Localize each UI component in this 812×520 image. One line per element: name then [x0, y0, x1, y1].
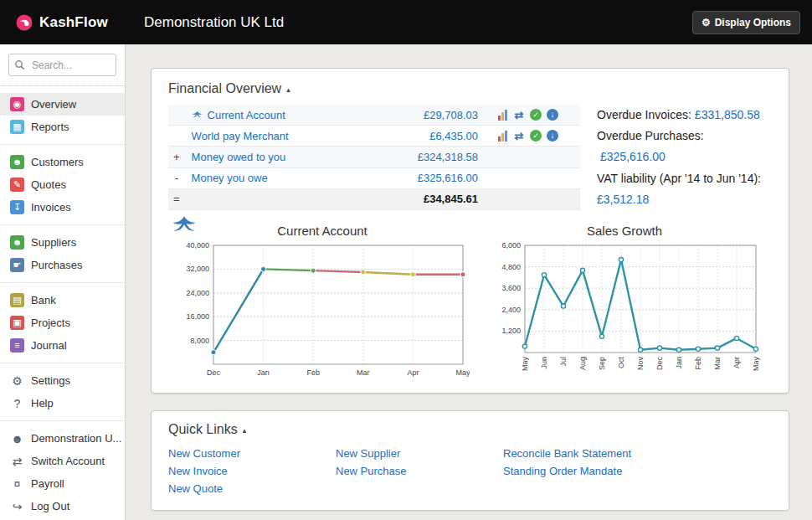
sidebar-item-settings[interactable]: ⚙ Settings	[0, 369, 125, 392]
overdue-invoices-line: Overdue Invoices:£331,850.58	[597, 105, 772, 126]
sidebar-item-switch-account[interactable]: ⇄ Switch Account	[0, 450, 125, 472]
overdue-purchases-value[interactable]: £325,616.00	[600, 150, 666, 163]
money-owed-link[interactable]: Money owed to you	[192, 151, 286, 163]
svg-text:Jan: Jan	[257, 368, 270, 377]
overdue-invoices-value[interactable]: £331,850.58	[695, 108, 760, 121]
reconcile-bank-statement-link[interactable]: Reconcile Bank Statement	[503, 445, 631, 463]
quick-links-card: Quick Links ▴ New Customer New Invoice N…	[151, 410, 789, 511]
sidebar-item-invoices[interactable]: ↧ Invoices	[0, 196, 125, 219]
new-purchase-link[interactable]: New Purchase	[336, 463, 503, 481]
sales-growth-plot: 1,2002,4003,6004,8006,000MayJunJulAugSep…	[486, 240, 763, 381]
display-options-button[interactable]: ⚙ Display Options	[692, 11, 800, 34]
kashflow-app: KashFlow Demonstration UK Ltd ⚙ Display …	[0, 0, 812, 520]
check-icon[interactable]: ✓	[530, 109, 542, 121]
money-you-owe-value[interactable]: £325,616.00	[418, 172, 478, 184]
sidebar-divider	[0, 224, 125, 225]
svg-text:Oct: Oct	[617, 356, 625, 368]
sidebar-item-account-user[interactable]: ☻ Demonstration U...	[0, 427, 125, 450]
barclays-logo	[172, 215, 197, 236]
sidebar-item-label: Invoices	[31, 201, 71, 214]
sidebar-item-bank[interactable]: ▤ Bank	[0, 289, 125, 311]
bar-chart-icon[interactable]	[496, 109, 508, 121]
chart-title: Sales Growth	[486, 224, 763, 238]
account-link[interactable]: Current Account	[208, 109, 285, 121]
switch-account-icon: ⇄	[10, 454, 24, 468]
sidebar-item-overview[interactable]: ◉ Overview	[0, 93, 125, 116]
sidebar-item-label: Bank	[31, 294, 56, 306]
topbar: KashFlow Demonstration UK Ltd ⚙ Display …	[0, 0, 812, 44]
search-box	[0, 44, 125, 86]
download-icon[interactable]: ↓	[547, 130, 558, 142]
svg-text:May: May	[455, 368, 470, 377]
money-you-owe-link[interactable]: Money you owe	[192, 172, 268, 184]
quick-links-column: Reconcile Bank Statement Standing Order …	[503, 445, 631, 497]
svg-text:3,600: 3,600	[501, 284, 521, 292]
svg-text:24,000: 24,000	[186, 289, 209, 297]
check-icon[interactable]: ✓	[530, 130, 542, 142]
log-out-icon: ↪	[10, 499, 24, 513]
sidebar-item-label: Journal	[31, 339, 67, 352]
chart-title: Current Account	[175, 224, 470, 238]
sidebar-divider	[0, 420, 125, 421]
sidebar-item-purchases[interactable]: ☛ Purchases	[0, 254, 125, 276]
search-icon	[14, 59, 25, 70]
sidebar-item-customers[interactable]: ☻ Customers	[0, 151, 125, 173]
purchases-icon: ☛	[10, 258, 24, 272]
row-money-you-owe: - Money you owe £325,616.00	[168, 167, 580, 188]
accounts-table: Current Account £29,708.03 ⇄ ✓ ↓	[168, 105, 580, 210]
sidebar-item-quotes[interactable]: ✎ Quotes	[0, 173, 125, 196]
gear-icon: ⚙	[702, 17, 711, 28]
financial-overview-header[interactable]: Financial Overview ▴	[168, 81, 772, 96]
sidebar-item-payroll[interactable]: ¤ Payroll	[0, 472, 125, 495]
current-account-plot: 8,00016,00024,00032,00040,000DecJanFebMa…	[175, 240, 470, 381]
bar-chart-icon[interactable]	[496, 130, 508, 142]
transfer-icon[interactable]: ⇄	[513, 109, 525, 121]
barclays-bank-icon	[192, 111, 203, 120]
svg-text:Jul: Jul	[559, 357, 568, 367]
quotes-icon: ✎	[10, 178, 24, 192]
financial-overview-title: Financial Overview	[168, 81, 281, 96]
svg-text:16,000: 16,000	[186, 312, 209, 321]
collapse-arrow-icon: ▴	[243, 425, 247, 435]
overview-icon: ◉	[10, 97, 24, 111]
svg-text:6,000: 6,000	[501, 241, 521, 250]
svg-text:4,800: 4,800	[501, 263, 521, 271]
main-content: Financial Overview ▴ Current Account £29…	[126, 44, 812, 520]
new-customer-link[interactable]: New Customer	[168, 445, 336, 463]
account-balance[interactable]: £6,435.00	[429, 130, 478, 142]
new-supplier-link[interactable]: New Supplier	[336, 445, 503, 463]
net-total-value: £34,845.61	[384, 188, 483, 209]
sidebar-item-help[interactable]: ? Help	[0, 392, 125, 414]
account-row-worldpay: World pay Merchant £6,435.00 ⇄ ✓ ↓	[168, 126, 580, 147]
standing-order-mandate-link[interactable]: Standing Order Mandate	[503, 463, 631, 481]
bank-icon: ▤	[10, 293, 24, 307]
sidebar-item-label: Payroll	[31, 477, 64, 490]
sidebar-item-reports[interactable]: ▦ Reports	[0, 116, 125, 138]
help-icon: ?	[10, 396, 24, 410]
kashflow-logo[interactable]: KashFlow	[0, 13, 126, 32]
download-icon[interactable]: ↓	[547, 109, 558, 121]
sidebar-item-label: Reports	[31, 121, 69, 133]
customers-icon: ☻	[10, 155, 24, 169]
new-quote-link[interactable]: New Quote	[168, 481, 336, 498]
vat-liability-value[interactable]: £3,512.18	[597, 193, 649, 206]
kashflow-logo-icon	[15, 13, 33, 32]
svg-text:Dec: Dec	[207, 368, 221, 377]
sidebar-item-log-out[interactable]: ↪ Log Out	[0, 495, 125, 517]
money-owed-value[interactable]: £324,318.58	[418, 151, 478, 163]
sidebar-item-journal[interactable]: ≡ Journal	[0, 334, 125, 357]
sidebar-item-suppliers[interactable]: ☻ Suppliers	[0, 231, 125, 254]
svg-text:Mar: Mar	[713, 357, 722, 370]
sidebar-item-projects[interactable]: ▣ Projects	[0, 311, 125, 334]
transfer-icon[interactable]: ⇄	[513, 130, 525, 142]
overdue-invoices-label: Overdue Invoices:	[597, 108, 691, 121]
new-invoice-link[interactable]: New Invoice	[168, 463, 336, 481]
brand-name: KashFlow	[39, 14, 108, 31]
sidebar-item-label: Quotes	[31, 178, 66, 191]
account-balance[interactable]: £29,708.03	[424, 109, 478, 121]
quick-links-column: New Supplier New Purchase	[336, 445, 503, 497]
svg-text:Jun: Jun	[540, 357, 548, 369]
quick-links-header[interactable]: Quick Links ▴	[168, 422, 772, 437]
account-link[interactable]: World pay Merchant	[192, 130, 289, 142]
quick-links-title: Quick Links	[168, 422, 238, 437]
